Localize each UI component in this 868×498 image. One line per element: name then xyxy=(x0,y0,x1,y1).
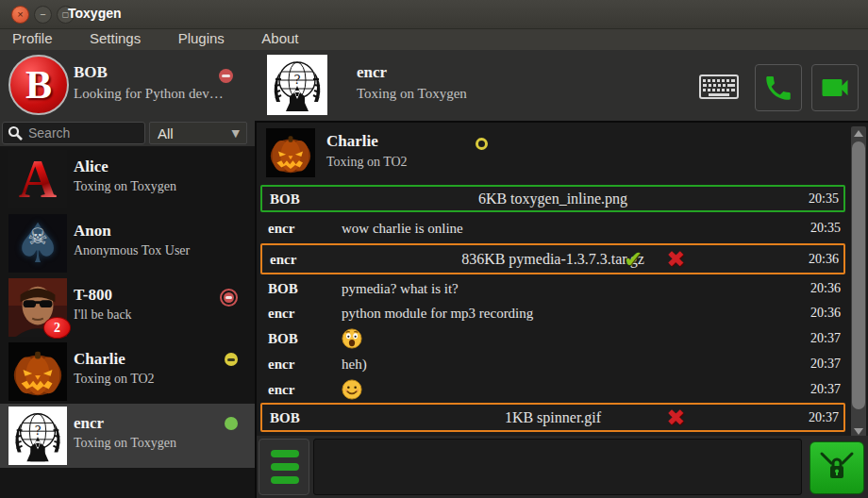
contact-name: Alice xyxy=(74,158,108,176)
video-camera-icon xyxy=(818,71,852,105)
message-time: 20:37 xyxy=(810,357,841,372)
file-name: 836KB pymedia-1.3.7.3.tar.gz xyxy=(262,251,843,268)
titlebar[interactable]: × − ▢ Toxygen xyxy=(0,0,868,29)
spade-skull-avatar: ♠☠ xyxy=(8,214,67,273)
self-status-busy-icon[interactable] xyxy=(219,69,233,83)
menu-item-profile[interactable]: Profile xyxy=(12,29,53,46)
message-time: 20:37 xyxy=(809,410,839,425)
file-name: 6KB toxygen_inline.png xyxy=(262,191,843,208)
toxygen-window: ? xyxy=(0,0,868,498)
message-sender: encr xyxy=(268,357,294,373)
menubar: Profile Settings Plugins About xyxy=(0,29,868,50)
message-time: 20:36 xyxy=(810,306,841,321)
message-time: 20:36 xyxy=(809,252,839,267)
smiling-face-emoji xyxy=(342,379,362,400)
self-status-message[interactable]: Looking for Python dev… xyxy=(74,86,224,102)
shocked-face-emoji xyxy=(342,328,362,349)
message-sender: BOB xyxy=(268,281,298,297)
audio-call-button[interactable] xyxy=(755,64,802,111)
message-row: encr python module for mp3 recording 20:… xyxy=(260,301,845,325)
chat-area: Charlie Toxing on TO2 BOB 6KB toxygen_in… xyxy=(255,121,868,498)
contact-name: Anon xyxy=(74,222,111,241)
active-contact-status-message: Toxing on Toxygen xyxy=(357,86,467,102)
self-avatar[interactable]: B xyxy=(8,55,69,115)
message-input[interactable] xyxy=(313,439,802,495)
status-away-icon xyxy=(476,138,488,150)
menu-item-settings[interactable]: Settings xyxy=(90,29,141,46)
contact-name: T-800 xyxy=(74,286,112,305)
contact-status-message: Toxing on Toxygen xyxy=(74,179,176,194)
contact-row-t800[interactable]: T-800 I'll be back 2 xyxy=(0,275,255,340)
video-call-button[interactable] xyxy=(811,64,859,111)
file-transfer-row: BOB 1KB spinner.gif ✖ 20:37 xyxy=(260,403,845,432)
chat-scrollbar[interactable] xyxy=(851,126,866,438)
message-time: 20:37 xyxy=(810,382,841,397)
status-online-icon xyxy=(225,417,238,430)
message-time: 20:35 xyxy=(809,191,839,207)
scroll-thumb[interactable] xyxy=(852,141,865,409)
minimize-button[interactable]: − xyxy=(34,6,52,24)
file-accept-button[interactable]: ✔ xyxy=(621,247,645,272)
send-button[interactable] xyxy=(810,441,864,494)
smiley-menu-button[interactable] xyxy=(259,439,309,495)
file-decline-button[interactable]: ✖ xyxy=(663,247,688,272)
message-time: 20:37 xyxy=(810,331,841,346)
self-name[interactable]: BOB xyxy=(74,63,108,82)
contact-filter-value: All xyxy=(158,125,174,141)
contact-filter-dropdown[interactable]: All ▼ xyxy=(149,122,247,144)
contact-row-anon[interactable]: ♠☠ Anon Anonymous Tox User xyxy=(0,211,255,275)
pumpkin-avatar xyxy=(8,342,67,401)
chevron-down-icon: ▼ xyxy=(232,123,240,144)
search-input[interactable] xyxy=(26,124,142,141)
active-contact-avatar xyxy=(267,55,327,115)
file-transfer-row: encr 836KB pymedia-1.3.7.3.tar.gz ✔ ✖ 20… xyxy=(260,243,845,274)
lock-icon xyxy=(818,450,856,486)
message-row: encr heh) 20:37 xyxy=(260,352,845,376)
message-sender: BOB xyxy=(268,331,298,347)
search-box[interactable] xyxy=(2,122,145,144)
message-sender: encr xyxy=(268,306,294,322)
alice-avatar: A xyxy=(8,150,67,208)
composer xyxy=(257,436,868,498)
contact-row-alice[interactable]: A Alice Toxing on Toxygen xyxy=(0,147,255,211)
hamburger-icon xyxy=(271,450,299,457)
chat-contact-name: Charlie xyxy=(326,132,378,151)
contact-status-message: Toxing on TO2 xyxy=(74,372,155,387)
chat-contact-status-message: Toxing on TO2 xyxy=(326,155,408,170)
file-decline-button[interactable]: ✖ xyxy=(663,406,688,430)
scroll-up-button[interactable] xyxy=(851,126,866,140)
window-title: Toxygen xyxy=(68,6,122,21)
contact-row-charlie[interactable]: Charlie Toxing on TO2 xyxy=(0,340,255,404)
file-name: 1KB spinner.gif xyxy=(262,409,843,426)
phone-icon xyxy=(762,72,794,104)
contact-name: Charlie xyxy=(74,350,125,369)
contact-status-message: Toxing on Toxygen xyxy=(74,436,176,451)
menu-item-about[interactable]: About xyxy=(261,29,298,46)
message-sender: encr xyxy=(268,221,294,237)
menu-item-plugins[interactable]: Plugins xyxy=(178,29,225,46)
search-row: All ▼ xyxy=(0,121,255,146)
keyboard-icon[interactable] xyxy=(699,75,739,99)
chat-header: Charlie Toxing on TO2 xyxy=(257,124,847,179)
contact-status-message: Anonymous Tox User xyxy=(74,243,190,258)
triangle-up-icon xyxy=(854,130,863,137)
contact-name: encr xyxy=(74,414,104,433)
message-sender: encr xyxy=(268,382,294,398)
contact-list: A Alice Toxing on Toxygen ♠☠ Anon Anonym… xyxy=(0,146,255,498)
close-button[interactable]: × xyxy=(11,6,29,24)
unread-badge: 2 xyxy=(43,317,71,339)
message-row: encr wow charlie is online 20:35 xyxy=(260,216,845,241)
top-panel: B BOB Looking for Python dev… encr Toxin… xyxy=(0,50,868,121)
message-text: heh) xyxy=(342,357,367,373)
contact-row-encr[interactable]: encr Toxing on Toxygen xyxy=(0,404,255,468)
message-time: 20:36 xyxy=(810,281,841,296)
message-text: pymedia? what is it? xyxy=(342,281,459,297)
message-row: BOB pymedia? what is it? 20:36 xyxy=(260,276,845,301)
message-row: BOB 20:37 xyxy=(260,325,845,352)
search-icon xyxy=(8,125,23,141)
message-text: wow charlie is online xyxy=(342,221,463,237)
status-away-icon xyxy=(225,353,238,366)
message-text: python module for mp3 recording xyxy=(342,306,533,322)
message-row: encr 20:37 xyxy=(260,376,845,403)
active-contact-name: encr xyxy=(357,63,387,82)
